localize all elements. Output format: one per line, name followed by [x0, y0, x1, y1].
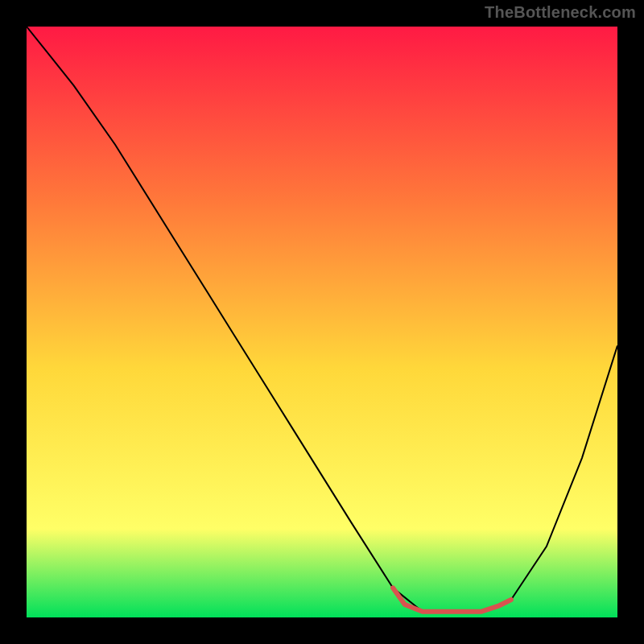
watermark-text: TheBottleneck.com [485, 3, 636, 22]
gradient-background [27, 27, 617, 617]
chart-frame: TheBottleneck.com [0, 0, 644, 644]
chart-svg [27, 27, 617, 617]
plot-area [27, 27, 617, 617]
